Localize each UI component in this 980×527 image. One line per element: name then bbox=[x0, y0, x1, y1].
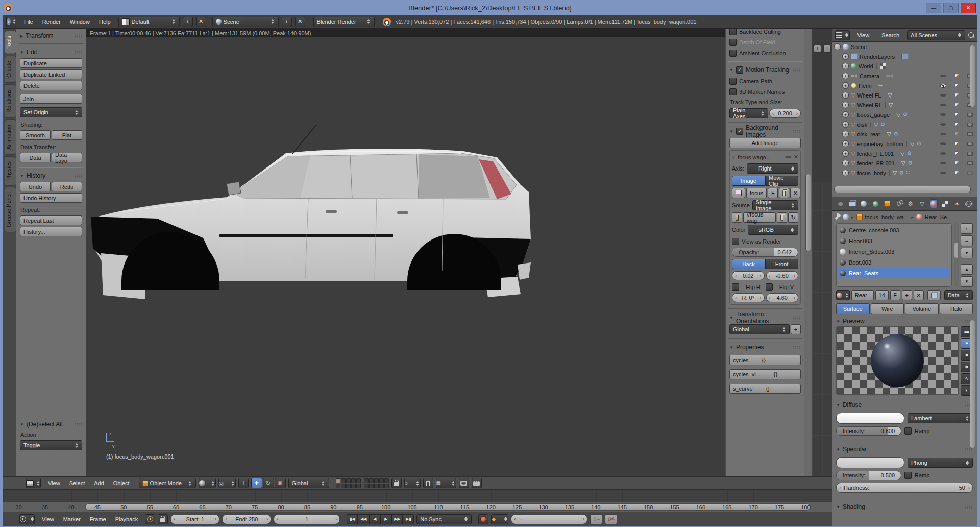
delete-scene-button[interactable]: ✕ bbox=[295, 17, 305, 27]
menubar-menu[interactable]: File bbox=[19, 19, 38, 25]
browse-path-button[interactable] bbox=[777, 212, 787, 223]
tab-render-icon[interactable] bbox=[837, 200, 844, 208]
diffuse-shader-dropdown[interactable]: Lambert bbox=[908, 413, 973, 423]
outliner-search-menu[interactable]: Search bbox=[877, 32, 904, 38]
play-button[interactable] bbox=[380, 514, 391, 524]
tab-scene-icon[interactable] bbox=[861, 200, 867, 208]
back-toggle[interactable]: Back bbox=[732, 259, 765, 269]
outliner-row[interactable]: Hemi bbox=[832, 81, 977, 90]
type-volume-button[interactable]: Volume bbox=[905, 303, 939, 314]
expand-region-button[interactable] bbox=[823, 45, 831, 53]
slot-specials-button[interactable] bbox=[961, 248, 973, 258]
specular-ramp-checkbox[interactable] bbox=[904, 472, 912, 479]
eye-closed-icon[interactable] bbox=[940, 133, 946, 135]
keying-set-dropdown[interactable] bbox=[491, 514, 508, 524]
transform-orientation-dropdown[interactable]: Global bbox=[288, 478, 329, 488]
eye-open-icon[interactable] bbox=[940, 84, 946, 88]
delete-keyframe-button[interactable] bbox=[605, 514, 617, 524]
duplicate-linked-button[interactable]: Duplicate Linked bbox=[20, 69, 82, 79]
maximize-button[interactable]: ▢ bbox=[943, 3, 959, 13]
breadcrumb-material[interactable]: Rear_Se bbox=[925, 214, 947, 220]
checkbox-icon[interactable] bbox=[729, 29, 737, 35]
expand-icon[interactable] bbox=[842, 140, 849, 147]
unlink-material-button[interactable]: ✕ bbox=[914, 290, 924, 300]
duplicate-button[interactable]: Duplicate bbox=[20, 58, 82, 68]
eye-closed-icon[interactable] bbox=[940, 75, 946, 77]
size-field[interactable]: 4.60 bbox=[766, 293, 799, 302]
close-button[interactable]: ✕ bbox=[961, 3, 976, 13]
npanel-scrollbar[interactable] bbox=[804, 29, 812, 476]
history-panel-header[interactable]: History bbox=[20, 171, 82, 180]
viewport-menu[interactable]: Select bbox=[65, 480, 90, 486]
cursor-icon[interactable] bbox=[955, 112, 959, 117]
viewport-shading-dropdown[interactable] bbox=[199, 478, 216, 488]
type-halo-button[interactable]: Halo bbox=[940, 303, 973, 314]
toolshelf-tab[interactable]: Tools bbox=[5, 31, 16, 54]
toolshelf-tab[interactable]: Create bbox=[5, 56, 16, 83]
slot-scrollbar[interactable] bbox=[954, 223, 959, 287]
eye-closed-icon[interactable] bbox=[940, 104, 946, 106]
expand-icon[interactable] bbox=[842, 150, 849, 157]
next-keyframe-button[interactable] bbox=[391, 514, 403, 524]
outliner-hscrollbar[interactable] bbox=[834, 186, 971, 193]
offset-x-field[interactable]: 0.02 bbox=[732, 271, 765, 280]
checkbox-icon[interactable] bbox=[729, 50, 737, 57]
new-material-button[interactable]: + bbox=[902, 290, 912, 300]
expand-icon[interactable] bbox=[842, 121, 849, 128]
jump-start-button[interactable] bbox=[347, 514, 358, 524]
jump-end-button[interactable] bbox=[403, 514, 414, 524]
render-toggle-icon[interactable] bbox=[967, 161, 973, 165]
background-images-header[interactable]: Background Images bbox=[729, 127, 801, 136]
tab-constraints-icon[interactable] bbox=[895, 200, 902, 208]
image-browse-button[interactable] bbox=[732, 188, 745, 198]
unlink-image-button[interactable]: ✕ bbox=[790, 188, 800, 198]
specular-color-swatch[interactable] bbox=[836, 457, 904, 468]
eye-closed-icon[interactable] bbox=[940, 113, 946, 116]
fake-user-button[interactable]: F bbox=[768, 188, 778, 198]
checkbox-icon[interactable] bbox=[732, 238, 739, 245]
image-name-field[interactable]: focus bbox=[746, 188, 767, 198]
set-origin-dropdown[interactable]: Set Origin bbox=[20, 107, 82, 117]
delete-button[interactable]: Delete bbox=[20, 81, 82, 90]
expand-region-button[interactable] bbox=[814, 45, 821, 53]
outliner-row[interactable]: RenderLayers bbox=[832, 52, 977, 61]
eye-closed-icon[interactable] bbox=[940, 152, 946, 155]
prev-keyframe-button[interactable] bbox=[358, 514, 369, 524]
scene-selector[interactable]: Scene bbox=[212, 17, 279, 27]
eye-closed-icon[interactable] bbox=[940, 172, 946, 174]
users-count-button[interactable]: 14 bbox=[875, 290, 889, 300]
delete-layout-button[interactable]: ✕ bbox=[196, 17, 206, 27]
eye-closed-icon[interactable] bbox=[940, 94, 946, 97]
car-model[interactable] bbox=[86, 29, 725, 476]
ambient-occlusion-row[interactable]: Ambient Occlusion bbox=[729, 49, 801, 57]
render-toggle-icon[interactable] bbox=[967, 142, 973, 146]
checkbox-icon[interactable] bbox=[732, 283, 739, 291]
link-dropdown[interactable]: Data bbox=[944, 290, 973, 300]
edit-panel-header[interactable]: Edit bbox=[20, 47, 82, 57]
tab-world-icon[interactable] bbox=[872, 200, 879, 208]
orientation-dropdown[interactable]: Global bbox=[729, 324, 790, 334]
cursor-icon[interactable] bbox=[955, 132, 959, 136]
breadcrumb-object[interactable]: focus_body_wa... bbox=[865, 214, 909, 220]
title-bar[interactable]: Blender* [C:\Users\Rick_2\Desktop\FF ST\… bbox=[0, 0, 980, 15]
add-scene-button[interactable]: + bbox=[282, 17, 292, 27]
menubar-menu[interactable]: Render bbox=[38, 19, 65, 25]
specular-panel-header[interactable]: Specular bbox=[832, 441, 977, 454]
outliner-row[interactable]: Camera bbox=[832, 71, 977, 81]
panel-grip-icon[interactable] bbox=[793, 316, 801, 320]
type-surface-button[interactable]: Surface bbox=[836, 303, 870, 314]
checkbox-icon[interactable] bbox=[729, 39, 737, 46]
custom-property-row[interactable]: cycles{} bbox=[729, 355, 801, 365]
cursor-icon[interactable] bbox=[955, 171, 959, 175]
close-icon[interactable] bbox=[794, 154, 798, 160]
viewport-menu[interactable]: View bbox=[43, 480, 65, 486]
outliner-row[interactable]: disk_rear bbox=[832, 129, 977, 139]
cursor-icon[interactable] bbox=[955, 151, 959, 156]
manipulator-toggle[interactable] bbox=[238, 478, 249, 488]
rotate-manipulator-button[interactable] bbox=[263, 478, 274, 488]
add-layout-button[interactable]: + bbox=[183, 17, 193, 27]
translate-manipulator-button[interactable] bbox=[251, 478, 262, 488]
timeline-ruler[interactable]: 3035404550556065707580859095100105110115… bbox=[3, 502, 832, 512]
render-engine-selector[interactable]: Blender Render bbox=[313, 17, 375, 27]
material-name-field[interactable]: Rear_ bbox=[851, 290, 874, 300]
